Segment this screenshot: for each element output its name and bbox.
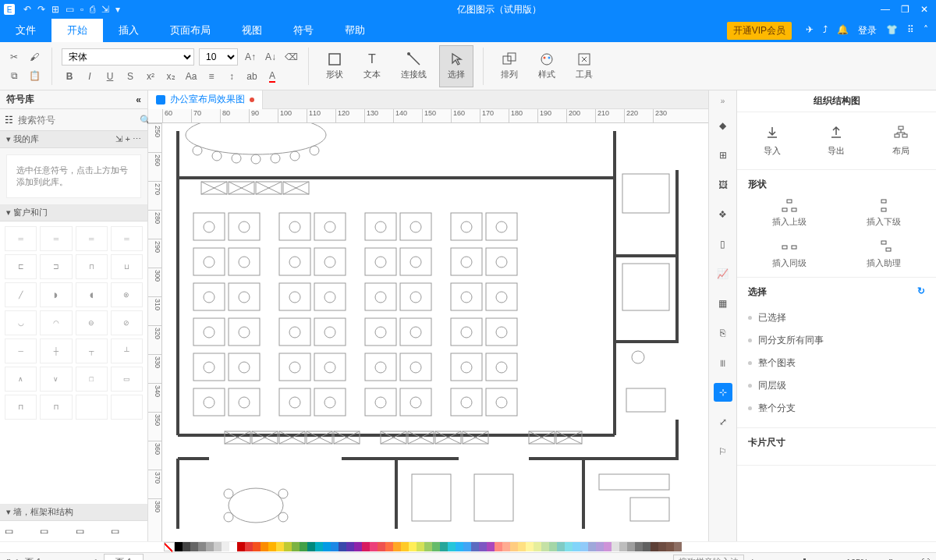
color-swatch[interactable] (393, 542, 401, 551)
rs-image-icon[interactable]: 🖼 (714, 175, 732, 194)
tab-symbol[interactable]: 符号 (278, 19, 329, 42)
color-swatch[interactable] (565, 542, 573, 551)
collapse-ribbon-icon[interactable]: ˄ (924, 24, 928, 37)
color-swatch[interactable] (175, 542, 183, 551)
color-swatch[interactable] (198, 542, 206, 551)
decrease-font-icon[interactable]: A↓ (263, 49, 278, 65)
paste-icon[interactable]: 📋 (27, 68, 42, 83)
symbol-item[interactable]: ┬ (76, 338, 108, 363)
symbol-item[interactable]: ∨ (40, 367, 72, 392)
export-btn[interactable]: 导出 (828, 125, 845, 157)
tab-view[interactable]: 视图 (226, 19, 278, 42)
search-symbols-input[interactable] (18, 115, 135, 126)
bold-icon[interactable]: B (62, 69, 77, 84)
symbol-item[interactable]: ◠ (40, 310, 72, 335)
color-swatch[interactable] (463, 542, 471, 551)
color-swatch[interactable] (651, 542, 658, 551)
color-swatch[interactable] (573, 542, 580, 551)
symbol-item[interactable]: ┼ (40, 338, 72, 363)
color-swatch[interactable] (440, 542, 448, 551)
symbol-item[interactable]: ┴ (111, 338, 143, 363)
bullets-icon[interactable]: ≡ (204, 69, 219, 84)
symbol-item[interactable] (76, 395, 108, 420)
lib-more-icon[interactable]: ⋯ (133, 134, 141, 144)
tab-file[interactable]: 文件 (0, 19, 51, 42)
symbol-item[interactable]: ─ (5, 338, 37, 363)
page-nav-icon[interactable]: ▯◁ (6, 557, 17, 560)
cut-icon[interactable]: ✂ (6, 49, 22, 65)
symbol-item[interactable] (111, 395, 143, 420)
color-swatch[interactable] (323, 542, 331, 551)
color-swatch[interactable] (245, 542, 253, 551)
select-option[interactable]: 整个图表 (748, 352, 925, 374)
color-swatch[interactable] (284, 542, 292, 551)
color-swatch[interactable] (627, 542, 635, 551)
subscript-icon[interactable]: x₂ (163, 69, 179, 84)
rs-chart-icon[interactable]: 📈 (714, 264, 732, 283)
sec-walls[interactable]: 墙，框架和结构 (13, 507, 73, 516)
color-swatch[interactable] (666, 542, 674, 551)
rs-table-icon[interactable]: ▦ (714, 294, 732, 313)
save-icon[interactable]: ▫ (80, 4, 83, 15)
select-refresh-icon[interactable]: ↻ (917, 285, 925, 299)
redo-icon[interactable]: ↷ (37, 4, 45, 15)
lib-add-icon[interactable]: + (126, 134, 130, 144)
sec-windows-doors[interactable]: 窗户和门 (13, 207, 48, 217)
layout-btn[interactable]: 布局 (892, 125, 909, 157)
select-option[interactable]: 整个分支 (748, 397, 925, 420)
qat-more-icon[interactable]: ▾ (115, 4, 120, 15)
apps-icon[interactable]: ⠿ (907, 24, 914, 37)
symbol-item[interactable]: ◖ (76, 282, 108, 307)
symbol-item[interactable]: ⊘ (111, 310, 143, 335)
symbol-item[interactable]: ▭ (76, 526, 108, 537)
send-icon[interactable]: ✈ (806, 24, 814, 37)
insert-subordinate-btn[interactable]: 插入下级 (843, 199, 926, 228)
color-swatch[interactable] (354, 542, 362, 551)
symbol-item[interactable]: ▭ (40, 526, 72, 537)
color-swatch[interactable] (237, 542, 245, 551)
rs-orgchart-icon[interactable]: ⊹ (714, 383, 732, 402)
color-swatch[interactable] (409, 542, 417, 551)
color-swatch[interactable] (214, 542, 222, 551)
lib-export-icon[interactable]: ⇲ (115, 134, 122, 144)
insert-peer-btn[interactable]: 插入同级 (748, 240, 831, 269)
tab-insert[interactable]: 插入 (103, 19, 154, 42)
import-btn[interactable]: 导入 (764, 125, 781, 157)
color-swatch[interactable] (643, 542, 651, 551)
page-select[interactable]: 页-1 (25, 556, 41, 560)
superscript-icon[interactable]: x² (143, 69, 158, 84)
symbol-item[interactable]: ═ (111, 226, 143, 251)
color-swatch[interactable] (596, 542, 604, 551)
select-option[interactable]: 同层级 (748, 374, 925, 397)
collapse-left-icon[interactable]: « (136, 94, 141, 105)
zoom-in-icon[interactable]: + (833, 558, 838, 561)
color-swatch[interactable] (190, 542, 198, 551)
color-swatch[interactable] (315, 542, 323, 551)
color-swatch[interactable] (222, 542, 229, 551)
color-swatch[interactable] (385, 542, 393, 551)
export-icon[interactable]: ⇲ (101, 4, 109, 15)
increase-font-icon[interactable]: A↑ (243, 49, 258, 65)
rs-layers-icon[interactable]: ❖ (714, 205, 732, 224)
color-swatch[interactable] (526, 542, 534, 551)
symbol-item[interactable]: ⊏ (5, 254, 37, 279)
color-swatch[interactable] (432, 542, 440, 551)
color-swatch[interactable] (417, 542, 424, 551)
presentation-icon[interactable]: ▷ (752, 557, 758, 560)
color-swatch[interactable] (518, 542, 526, 551)
color-swatch[interactable] (604, 542, 612, 551)
clear-format-icon[interactable]: ⌫ (283, 49, 299, 65)
color-swatch[interactable] (183, 542, 190, 551)
fit-width-icon[interactable]: ⟷ (901, 557, 913, 560)
color-swatch[interactable] (619, 542, 627, 551)
symbol-item[interactable]: ∧ (5, 367, 37, 392)
symbol-item[interactable]: ═ (76, 226, 108, 251)
vip-button[interactable]: 开通VIP会员 (727, 22, 792, 40)
color-swatch[interactable] (307, 542, 315, 551)
rs-clip-icon[interactable]: ⎘ (714, 324, 732, 342)
color-swatch[interactable] (456, 542, 463, 551)
expand-right-icon[interactable]: » (721, 97, 725, 105)
rs-fill-icon[interactable]: ◆ (714, 116, 732, 135)
open-icon[interactable]: ▭ (66, 4, 74, 15)
color-swatch[interactable] (448, 542, 456, 551)
